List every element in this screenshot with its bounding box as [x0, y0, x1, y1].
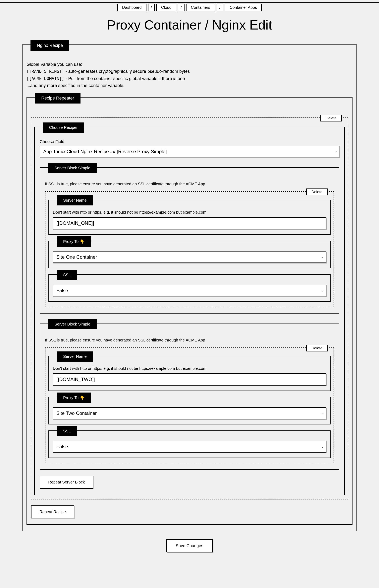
proxy-to-select[interactable]: Site Two Container	[53, 407, 326, 419]
recipe-dashed-group: Delete Choose Reciper Choose Field App T…	[31, 118, 348, 499]
ssl-box: SSL False	[48, 430, 331, 458]
proxy-to-box: Proxy To 👇 Site One Container	[48, 241, 331, 268]
breadcrumb-separator: /	[217, 4, 223, 11]
breadcrumb-separator: /	[148, 4, 155, 11]
server-name-box: Server Name Don't start with http or htt…	[48, 200, 331, 235]
server-name-hint: Don't start with http or https, e.g, it …	[53, 210, 326, 215]
delete-recipe-button[interactable]: Delete	[320, 115, 342, 121]
server-block-box: Server Block Simple If SSL is true, plea…	[40, 323, 339, 470]
choose-recipe-legend: Choose Reciper	[43, 122, 84, 133]
server-block-dashed: Delete Server Name Don't start with http…	[45, 347, 334, 463]
global-variable-info: Global Variable you can use: [[RAND_STRI…	[27, 61, 352, 89]
info-line: ...and any more specified in the contain…	[27, 82, 352, 89]
save-changes-button[interactable]: Save Changes	[166, 539, 213, 552]
breadcrumb-separator: /	[178, 4, 185, 11]
server-block-legend: Server Block Simple	[48, 163, 97, 173]
ssl-legend: SSL	[57, 270, 77, 280]
proxy-to-legend: Proxy To 👇	[57, 392, 91, 403]
delete-server-block-button[interactable]: Delete	[306, 188, 328, 195]
ssl-hint: If SSL is true, please ensure you have g…	[45, 338, 334, 342]
acme-domain-code: [[ACME_DOMAIN]]	[27, 76, 64, 81]
server-name-legend: Server Name	[57, 195, 93, 205]
recipe-repeater-box: Recipe Repeater Delete Choose Reciper Ch…	[27, 97, 352, 525]
breadcrumb-cloud[interactable]: Cloud	[156, 4, 176, 11]
nginx-recipe-legend: Nginx Recipe	[31, 40, 69, 51]
choose-field-label: Choose Field	[40, 139, 339, 144]
proxy-to-legend: Proxy To 👇	[57, 236, 91, 247]
breadcrumb: Dashboard / Cloud / Containers / Contain…	[0, 4, 379, 11]
page-title: Proxy Container / Nginx Edit	[0, 17, 379, 33]
repeat-server-block-button[interactable]: Repeat Server Block	[40, 476, 93, 489]
server-block-box: Server Block Simple If SSL is true, plea…	[40, 167, 339, 314]
ssl-select[interactable]: False	[53, 285, 326, 296]
server-name-input[interactable]	[53, 217, 326, 229]
server-block-dashed: Delete Server Name Don't start with http…	[45, 191, 334, 307]
recipe-repeater-legend: Recipe Repeater	[35, 93, 80, 103]
ssl-legend: SSL	[57, 426, 77, 436]
server-name-hint: Don't start with http or https, e.g, it …	[53, 366, 326, 371]
repeat-recipe-button[interactable]: Repeat Recipe	[31, 505, 74, 518]
server-name-input[interactable]	[53, 373, 326, 386]
info-line: Global Variable you can use:	[27, 61, 352, 68]
ssl-box: SSL False	[48, 274, 331, 302]
server-name-legend: Server Name	[57, 352, 93, 362]
ssl-hint: If SSL is true, please ensure you have g…	[45, 182, 334, 186]
choose-recipe-box: Choose Reciper Choose Field App TonicsCl…	[34, 127, 345, 495]
delete-server-block-button[interactable]: Delete	[306, 345, 328, 352]
breadcrumb-containers[interactable]: Containers	[186, 4, 215, 11]
info-line: [[ACME_DOMAIN]] - Pull from the containe…	[27, 75, 352, 82]
proxy-to-box: Proxy To 👇 Site Two Container	[48, 397, 331, 424]
nginx-recipe-box: Nginx Recipe Global Variable you can use…	[22, 45, 357, 531]
proxy-to-select[interactable]: Site One Container	[53, 251, 326, 263]
ssl-select[interactable]: False	[53, 441, 326, 453]
server-name-box: Server Name Don't start with http or htt…	[48, 356, 331, 391]
rand-string-code: [[RAND_STRING]]	[27, 69, 64, 74]
info-line: [[RAND_STRING]] - auto-generates cryptog…	[27, 68, 352, 75]
breadcrumb-container-apps[interactable]: Container Apps	[225, 4, 262, 11]
server-block-legend: Server Block Simple	[48, 319, 97, 329]
choose-field-select[interactable]: App TonicsCloud Nginx Recipe »» [Reverse…	[40, 146, 339, 157]
breadcrumb-dashboard[interactable]: Dashboard	[117, 4, 146, 11]
